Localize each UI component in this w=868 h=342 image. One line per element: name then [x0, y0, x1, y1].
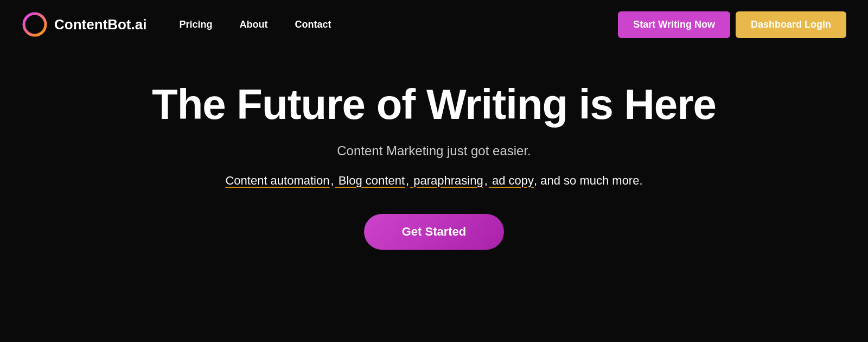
feature-ad-copy[interactable]: ad copy [489, 174, 534, 188]
logo[interactable]: ContentBot.ai [22, 11, 146, 37]
feature-content-automation[interactable]: Content automation [225, 174, 329, 188]
separator-2: , [406, 174, 409, 188]
nav-links: Pricing About Contact [179, 19, 331, 30]
nav-link-pricing[interactable]: Pricing [179, 19, 212, 30]
feature-blog-content[interactable]: Blog content [335, 174, 405, 188]
start-writing-button[interactable]: Start Writing Now [618, 11, 730, 38]
navbar: ContentBot.ai Pricing About Contact Star… [0, 0, 868, 49]
feature-paraphrasing[interactable]: paraphrasing [410, 174, 483, 188]
separator-1: , [330, 174, 334, 188]
get-started-button[interactable]: Get Started [364, 214, 505, 250]
feature-more-text: , and so much more. [534, 174, 643, 188]
hero-section: The Future of Writing is Here Content Ma… [0, 49, 868, 271]
svg-point-2 [29, 18, 38, 31]
navbar-right: Start Writing Now Dashboard Login [618, 11, 846, 38]
navbar-left: ContentBot.ai Pricing About Contact [22, 11, 331, 37]
nav-link-about[interactable]: About [239, 19, 267, 30]
hero-title: The Future of Writing is Here [152, 81, 716, 128]
nav-link-contact[interactable]: Contact [295, 19, 331, 30]
logo-text: ContentBot.ai [54, 16, 146, 33]
dashboard-login-button[interactable]: Dashboard Login [736, 11, 846, 38]
separator-3: , [484, 174, 488, 188]
hero-features: Content automation , Blog content , para… [225, 174, 642, 188]
logo-icon [22, 11, 48, 37]
hero-subtitle: Content Marketing just got easier. [337, 143, 531, 159]
